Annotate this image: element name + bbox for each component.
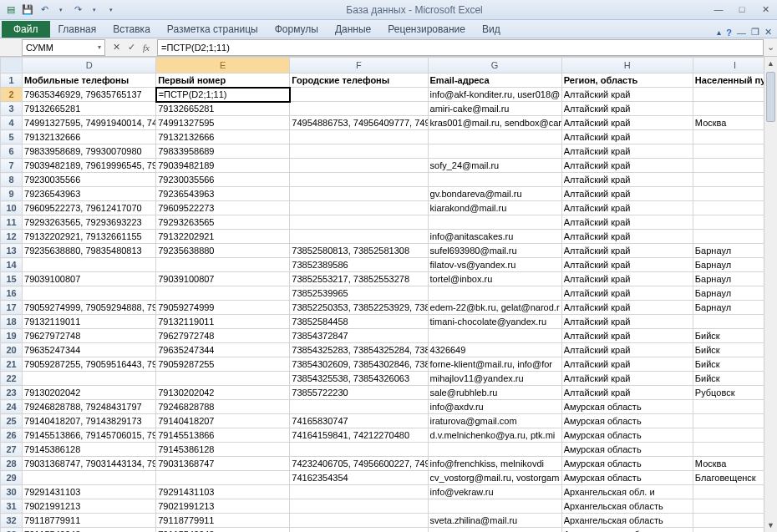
cell-H21[interactable]: Алтайский край [561, 357, 693, 372]
cell-H13[interactable]: Алтайский край [561, 244, 693, 258]
cell-E15[interactable]: 79039100807 [156, 272, 290, 286]
cell-E9[interactable]: 79236543963 [156, 187, 290, 201]
cell-G4[interactable]: kras001@mail.ru, sendbox@car [428, 116, 561, 130]
cell-H6[interactable]: Алтайский край [561, 144, 693, 159]
undo-dropdown-icon[interactable]: ▾ [53, 3, 69, 18]
cell-G13[interactable]: sufel693980@mail.ru [428, 244, 561, 258]
cell-D21[interactable]: 79059287255, 79059516443, 7906 [23, 357, 156, 372]
cell-H23[interactable]: Алтайский край [561, 386, 693, 400]
row-header-4[interactable]: 4 [1, 116, 23, 130]
cell-F4[interactable]: 74954886753, 74956409777, 7495 [290, 116, 428, 130]
cell-E10[interactable]: 79609522273 [156, 201, 290, 215]
cell-E27[interactable]: 79145386128 [156, 443, 290, 457]
cell-D23[interactable]: 79130202042 [23, 386, 156, 400]
cell-G22[interactable]: mihajlov11@yandex.ru [428, 372, 561, 386]
row-header-33[interactable]: 33 [1, 528, 23, 533]
cell-F23[interactable]: 73855722230 [290, 386, 428, 400]
cell-D31[interactable]: 79021991213 [23, 499, 156, 514]
cell-G27[interactable] [428, 443, 561, 457]
row-header-18[interactable]: 18 [1, 315, 23, 329]
cell-F8[interactable] [290, 173, 428, 187]
cell-D3[interactable]: 79132665281 [23, 102, 156, 116]
row-header-30[interactable]: 30 [1, 485, 23, 499]
cell-E5[interactable]: 79132132666 [156, 130, 290, 144]
cell-H16[interactable]: Алтайский край [561, 286, 693, 301]
cell-D32[interactable]: 79118779911 [23, 514, 156, 528]
cell-F17[interactable]: 73852250353, 73852253929, 7385 [290, 301, 428, 315]
cell-H25[interactable]: Амурская область [561, 414, 693, 428]
cell-E7[interactable]: 79039482189 [156, 159, 290, 173]
row-header-19[interactable]: 19 [1, 329, 23, 343]
cell-F20[interactable]: 73854325283, 73854325284, 7385 [290, 343, 428, 357]
cell-D28[interactable]: 79031368747, 79031443134, 7903 [23, 457, 156, 471]
cell-E4[interactable]: 74991327595 [156, 116, 290, 130]
header-cell[interactable]: Первый номер [156, 73, 290, 88]
cell-H33[interactable]: Архангельская область [561, 528, 693, 533]
cell-E26[interactable]: 79145513866 [156, 428, 290, 443]
cell-D15[interactable]: 79039100807 [23, 272, 156, 286]
cell-D13[interactable]: 79235638880, 79835480813 [23, 244, 156, 258]
cell-D10[interactable]: 79609522273, 79612417070 [23, 201, 156, 215]
cell-G6[interactable] [428, 144, 561, 159]
cell-H26[interactable]: Амурская область [561, 428, 693, 443]
cell-H2[interactable]: Алтайский край [561, 88, 693, 102]
cell-E28[interactable]: 79031368747 [156, 457, 290, 471]
maximize-button[interactable]: □ [734, 4, 750, 15]
cell-E16[interactable] [156, 286, 290, 301]
workbook-minimize-icon[interactable]: — [737, 28, 746, 38]
name-box[interactable]: СУММ ▾ [22, 39, 105, 56]
cell-D12[interactable]: 79132202921, 79132661155 [23, 230, 156, 244]
cell-H27[interactable]: Амурская область [561, 443, 693, 457]
row-header-10[interactable]: 10 [1, 201, 23, 215]
cell-G9[interactable]: gv.bondareva@mail.ru [428, 187, 561, 201]
cell-H4[interactable]: Алтайский край [561, 116, 693, 130]
cell-G15[interactable]: tortel@inbox.ru [428, 272, 561, 286]
row-header-15[interactable]: 15 [1, 272, 23, 286]
cell-G25[interactable]: iraturova@gmail.com [428, 414, 561, 428]
cell-E31[interactable]: 79021991213 [156, 499, 290, 514]
row-header-31[interactable]: 31 [1, 499, 23, 514]
cell-H29[interactable]: Амурская область [561, 471, 693, 485]
cell-G28[interactable]: info@frenchkiss, melnikovdi [428, 457, 561, 471]
cell-D27[interactable]: 79145386128 [23, 443, 156, 457]
row-header-24[interactable]: 24 [1, 400, 23, 414]
cell-D24[interactable]: 79246828788, 79248431797 [23, 400, 156, 414]
cell-H32[interactable]: Архангельская область [561, 514, 693, 528]
cell-F9[interactable] [290, 187, 428, 201]
cell-F7[interactable] [290, 159, 428, 173]
cell-H30[interactable]: Архангельская обл. и [561, 485, 693, 499]
cell-E14[interactable] [156, 258, 290, 272]
cell-G29[interactable]: cv_vostorg@mail.ru, vostorgam [428, 471, 561, 485]
cell-E25[interactable]: 79140418207 [156, 414, 290, 428]
tab-data[interactable]: Данные [327, 21, 379, 38]
row-header-3[interactable]: 3 [1, 102, 23, 116]
cell-G19[interactable] [428, 329, 561, 343]
cell-F5[interactable] [290, 130, 428, 144]
scroll-thumb[interactable] [766, 72, 775, 122]
cell-E6[interactable]: 79833958689 [156, 144, 290, 159]
cell-E29[interactable] [156, 471, 290, 485]
cell-D8[interactable]: 79230035566 [23, 173, 156, 187]
cell-F31[interactable] [290, 499, 428, 514]
cell-E2[interactable]: =ПСТР(D2;1;11) [156, 88, 290, 102]
cell-D22[interactable] [23, 372, 156, 386]
row-header-1[interactable]: 1 [1, 73, 23, 88]
cell-H10[interactable]: Алтайский край [561, 201, 693, 215]
cell-G2[interactable]: info@akf-konditer.ru, user018@ [428, 88, 561, 102]
cell-F24[interactable] [290, 400, 428, 414]
cell-G12[interactable]: info@anitascakes.ru [428, 230, 561, 244]
cell-E19[interactable]: 79627972748 [156, 329, 290, 343]
vertical-scrollbar[interactable]: ▲ ▼ [764, 57, 777, 532]
cell-D9[interactable]: 79236543963 [23, 187, 156, 201]
cell-H5[interactable]: Алтайский край [561, 130, 693, 144]
cell-F6[interactable] [290, 144, 428, 159]
cell-G23[interactable]: sale@rubhleb.ru [428, 386, 561, 400]
row-header-2[interactable]: 2 [1, 88, 23, 102]
cell-F12[interactable] [290, 230, 428, 244]
workbook-close-icon[interactable]: ✕ [764, 27, 772, 38]
row-header-5[interactable]: 5 [1, 130, 23, 144]
row-header-7[interactable]: 7 [1, 159, 23, 173]
cell-G32[interactable]: sveta.zhilina@mail.ru [428, 514, 561, 528]
column-header-G[interactable]: G [428, 58, 561, 73]
cell-D25[interactable]: 79140418207, 79143829173 [23, 414, 156, 428]
